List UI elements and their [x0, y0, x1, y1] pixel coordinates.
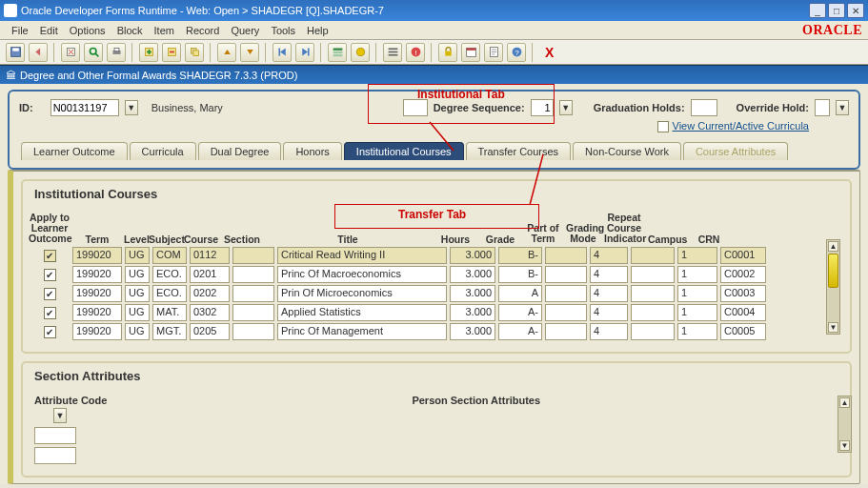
term-cell[interactable]: 199020: [72, 323, 122, 340]
apply-checkbox[interactable]: ✔: [27, 326, 72, 338]
menu-item[interactable]: Item: [149, 23, 180, 38]
hours-cell[interactable]: 3.000: [450, 247, 495, 264]
crn-cell[interactable]: C0001: [720, 247, 766, 264]
apply-checkbox[interactable]: ✔: [27, 250, 72, 262]
rollback-icon[interactable]: [29, 43, 48, 62]
menu-file[interactable]: File: [6, 23, 34, 38]
menu-record[interactable]: Record: [180, 23, 225, 38]
crn-cell[interactable]: C0003: [720, 285, 766, 302]
menu-block[interactable]: Block: [111, 23, 149, 38]
view-current-checkbox[interactable]: [657, 121, 669, 132]
title-cell[interactable]: Princ Of Macroeconomics: [277, 266, 447, 283]
menu-tools[interactable]: Tools: [265, 23, 301, 38]
repeat-indicator-cell[interactable]: [631, 266, 675, 283]
grade-cell[interactable]: B-: [498, 266, 542, 283]
menu-help[interactable]: Help: [301, 23, 334, 38]
level-cell[interactable]: UG: [125, 247, 150, 264]
level-cell[interactable]: UG: [125, 304, 150, 321]
course-cell[interactable]: 0202: [190, 285, 230, 302]
grading-mode-cell[interactable]: 4: [590, 247, 628, 264]
list-icon[interactable]: [383, 43, 402, 62]
print-icon[interactable]: [107, 43, 126, 62]
grade-cell[interactable]: A: [498, 285, 542, 302]
title-cell[interactable]: Critical Read Writing II: [277, 247, 447, 264]
insert-record-icon[interactable]: [139, 43, 158, 62]
title-cell[interactable]: Princ Of Management: [277, 323, 447, 340]
subject-cell[interactable]: COM: [152, 247, 187, 264]
graduation-holds-input[interactable]: [691, 99, 717, 116]
menu-options[interactable]: Options: [64, 23, 111, 38]
part-of-term-cell[interactable]: [545, 247, 587, 264]
calendar-icon[interactable]: [461, 43, 480, 62]
section-cell[interactable]: [232, 285, 274, 302]
apply-checkbox[interactable]: ✔: [27, 288, 72, 300]
tab-honors[interactable]: Honors: [283, 142, 341, 160]
section-cell[interactable]: [232, 247, 274, 264]
degree-sequence-dropdown-button[interactable]: ▼: [559, 100, 573, 115]
item-menu-icon[interactable]: [351, 43, 370, 62]
grading-mode-cell[interactable]: 4: [590, 323, 628, 340]
attribute-code-input-2[interactable]: [34, 447, 76, 464]
id-dropdown-button[interactable]: ▼: [125, 100, 138, 115]
tab-non-course-work[interactable]: Non-Course Work: [573, 142, 681, 160]
grading-mode-cell[interactable]: 4: [590, 285, 628, 302]
section-cell[interactable]: [232, 304, 274, 321]
part-of-term-cell[interactable]: [545, 304, 587, 321]
remove-record-icon[interactable]: [162, 43, 181, 62]
table-row[interactable]: ✔199020UGMAT.0302Applied Statistics3.000…: [27, 304, 838, 321]
attribute-code-input-1[interactable]: [34, 427, 76, 444]
crn-cell[interactable]: C0002: [720, 266, 766, 283]
term-cell[interactable]: 199020: [72, 304, 122, 321]
crn-cell[interactable]: C0005: [720, 323, 766, 340]
apply-checkbox[interactable]: ✔: [27, 307, 72, 319]
subject-cell[interactable]: ECO.: [152, 285, 187, 302]
tab-curricula[interactable]: Curricula: [130, 142, 196, 160]
repeat-indicator-cell[interactable]: [631, 247, 675, 264]
first-record-icon[interactable]: [273, 43, 292, 62]
subject-cell[interactable]: ECO.: [152, 266, 187, 283]
section-cell[interactable]: [232, 323, 274, 340]
part-of-term-cell[interactable]: [545, 285, 587, 302]
crn-cell[interactable]: C0004: [720, 304, 766, 321]
subject-cell[interactable]: MGT.: [152, 323, 187, 340]
override-hold-input[interactable]: [815, 99, 830, 116]
apply-checkbox[interactable]: ✔: [27, 269, 72, 281]
level-cell[interactable]: UG: [125, 285, 150, 302]
id-input[interactable]: [50, 99, 119, 116]
campus-cell[interactable]: 1: [677, 247, 717, 264]
duplicate-record-icon[interactable]: [185, 43, 204, 62]
exit-icon[interactable]: X: [545, 45, 554, 60]
course-cell[interactable]: 0112: [190, 247, 230, 264]
campus-cell[interactable]: 1: [677, 266, 717, 283]
enter-query-icon[interactable]: [84, 43, 103, 62]
part-of-term-cell[interactable]: [545, 266, 587, 283]
term-cell[interactable]: 199020: [72, 285, 122, 302]
course-cell[interactable]: 0205: [190, 323, 230, 340]
block-menu-icon[interactable]: [328, 43, 347, 62]
maximize-button[interactable]: □: [828, 3, 845, 18]
hours-cell[interactable]: 3.000: [450, 304, 495, 321]
override-hold-dropdown-button[interactable]: ▼: [836, 100, 849, 115]
next-record-icon[interactable]: [240, 43, 259, 62]
hours-cell[interactable]: 3.000: [450, 323, 495, 340]
save-icon[interactable]: [6, 43, 25, 62]
term-cell[interactable]: 199020: [72, 247, 122, 264]
scroll-up-icon[interactable]: ▲: [828, 241, 838, 252]
campus-cell[interactable]: 1: [677, 304, 717, 321]
title-cell[interactable]: Applied Statistics: [277, 304, 447, 321]
course-cell[interactable]: 0302: [190, 304, 230, 321]
hours-cell[interactable]: 3.000: [450, 266, 495, 283]
tab-dual-degree[interactable]: Dual Degree: [198, 142, 282, 160]
menu-edit[interactable]: Edit: [34, 23, 64, 38]
minimize-button[interactable]: _: [809, 3, 826, 18]
subject-cell[interactable]: MAT.: [152, 304, 187, 321]
view-current-curricula-link[interactable]: View Current/Active Curricula: [673, 120, 809, 132]
repeat-indicator-cell[interactable]: [631, 304, 675, 321]
campus-cell[interactable]: 1: [677, 323, 717, 340]
table-row[interactable]: ✔199020UGCOM0112Critical Read Writing II…: [27, 247, 838, 264]
hours-cell[interactable]: 3.000: [450, 285, 495, 302]
repeat-indicator-cell[interactable]: [631, 285, 675, 302]
grading-mode-cell[interactable]: 4: [590, 266, 628, 283]
lock-icon[interactable]: [438, 43, 457, 62]
table-row[interactable]: ✔199020UGECO.0202Prin Of Microeconomics3…: [27, 285, 838, 302]
